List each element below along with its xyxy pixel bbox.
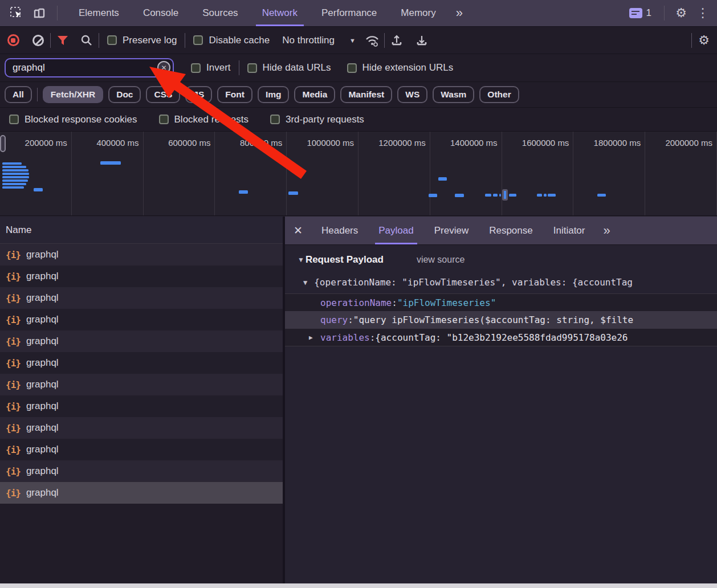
filter-icon[interactable] xyxy=(54,32,71,49)
timeline-tick-label: 2000000 ms xyxy=(645,132,717,215)
details-tab-headers[interactable]: Headers xyxy=(311,217,368,244)
record-network-log-button[interactable] xyxy=(5,32,22,49)
timeline-left-handle[interactable] xyxy=(0,135,6,152)
network-settings-gear-icon[interactable]: ⚙ xyxy=(695,32,712,49)
device-toolbar-icon[interactable] xyxy=(31,5,48,22)
table-row[interactable]: {i}graphql xyxy=(0,330,283,352)
details-more-tabs-icon[interactable]: » xyxy=(595,223,617,238)
payload-value: "query ipFlowTimeseries($accountTag: str… xyxy=(353,315,633,325)
hide-extension-urls-checkbox[interactable]: Hide extension URLs xyxy=(343,62,458,74)
timeline-request-bar xyxy=(509,194,516,197)
filter-chip-all[interactable]: All xyxy=(5,86,32,103)
tab-performance[interactable]: Performance xyxy=(309,0,389,26)
search-icon[interactable] xyxy=(78,32,95,49)
disable-cache-checkbox[interactable]: Disable cache xyxy=(189,35,274,46)
filter-chip-fetchxhr[interactable]: Fetch/XHR xyxy=(43,86,103,103)
kebab-menu-icon[interactable]: ⋮ xyxy=(694,5,711,22)
filter-chip-css[interactable]: CSS xyxy=(146,86,180,103)
table-row[interactable]: {i}graphql xyxy=(0,395,283,417)
table-row[interactable]: {i}graphql xyxy=(0,352,283,374)
filter-chip-manifest[interactable]: Manifest xyxy=(340,86,392,103)
json-icon: {i} xyxy=(6,488,21,499)
filter-chip-doc[interactable]: Doc xyxy=(108,86,141,103)
filter-chip-wasm[interactable]: Wasm xyxy=(433,86,474,103)
table-row[interactable]: {i}graphql xyxy=(0,244,283,266)
json-icon: {i} xyxy=(6,336,21,347)
timeline-request-bar xyxy=(2,186,24,189)
expand-triangle-icon: ▼ xyxy=(303,279,307,287)
inspect-element-icon[interactable] xyxy=(8,5,25,22)
details-tabbar: ✕ HeadersPayloadPreviewResponseInitiator… xyxy=(285,217,717,245)
throttling-dropdown[interactable]: No throttling ▼ xyxy=(274,35,364,46)
3rd-party-requests-checkbox[interactable]: 3rd-party requests xyxy=(266,114,369,125)
filter-chip-ws[interactable]: WS xyxy=(397,86,427,103)
table-row[interactable]: {i}graphql xyxy=(0,460,283,482)
table-row[interactable]: {i}graphql xyxy=(0,266,283,287)
table-row[interactable]: {i}graphql xyxy=(0,482,283,504)
table-row[interactable]: {i}graphql xyxy=(0,309,283,330)
divider xyxy=(37,88,38,101)
payload-colon: : xyxy=(392,297,397,308)
filter-box: ✕ xyxy=(5,58,174,77)
request-name: graphql xyxy=(26,379,59,390)
timeline-bar-pill xyxy=(502,189,508,201)
filter-input[interactable] xyxy=(5,58,174,77)
more-tabs-icon[interactable]: » xyxy=(448,6,470,21)
timeline-request-bar xyxy=(493,194,498,197)
payload-root-node[interactable]: ▼ {operationName: "ipFlowTimeseries", va… xyxy=(285,272,717,293)
divider xyxy=(99,33,99,48)
clear-filter-icon[interactable]: ✕ xyxy=(157,61,170,74)
issues-counter[interactable]: 1 xyxy=(625,7,656,19)
request-payload-title: Request Payload xyxy=(305,254,384,266)
timeline-request-bar xyxy=(34,188,43,191)
export-har-icon[interactable] xyxy=(413,32,430,49)
filter-chip-other[interactable]: Other xyxy=(479,86,519,103)
blocked-requests-checkbox[interactable]: Blocked requests xyxy=(154,114,253,125)
expand-triangle-icon[interactable]: ▶ xyxy=(309,334,313,341)
tab-sources[interactable]: Sources xyxy=(190,0,250,26)
filter-chip-img[interactable]: Img xyxy=(258,86,290,103)
checkbox-box xyxy=(9,115,19,124)
payload-entry-variables[interactable]: ▶variables: {accountTag: "b12e3b2192ee55… xyxy=(285,329,717,346)
invert-checkbox[interactable]: Invert xyxy=(186,62,235,74)
timeline-tick-label: 800000 ms xyxy=(215,132,287,215)
blocked-response-cookies-checkbox[interactable]: Blocked response cookies xyxy=(5,114,142,125)
details-tab-response[interactable]: Response xyxy=(479,217,543,244)
network-conditions-icon[interactable] xyxy=(364,32,381,49)
table-row[interactable]: {i}graphql xyxy=(0,417,283,439)
tab-elements[interactable]: Elements xyxy=(67,0,131,26)
checkbox-box xyxy=(270,115,280,124)
tab-console[interactable]: Console xyxy=(131,0,190,26)
details-tab-payload[interactable]: Payload xyxy=(368,217,423,244)
table-row[interactable]: {i}graphql xyxy=(0,439,283,460)
table-row[interactable]: {i}graphql xyxy=(0,374,283,395)
hide-data-urls-checkbox[interactable]: Hide data URLs xyxy=(243,62,336,74)
filter-chip-font[interactable]: Font xyxy=(217,86,252,103)
settings-gear-icon[interactable]: ⚙ xyxy=(673,5,690,22)
filter-chip-js[interactable]: JS xyxy=(185,86,212,103)
payload-colon: : xyxy=(370,332,376,343)
tab-memory[interactable]: Memory xyxy=(389,0,447,26)
request-payload-section[interactable]: ▼ Request Payload view source xyxy=(285,245,717,272)
import-har-icon[interactable] xyxy=(388,32,405,49)
view-source-link[interactable]: view source xyxy=(417,255,465,265)
json-icon: {i} xyxy=(6,444,21,455)
filter-chip-media[interactable]: Media xyxy=(294,86,335,103)
network-toolbar: Preserve log Disable cache No throttling… xyxy=(0,27,717,54)
divider xyxy=(691,33,692,48)
timeline-request-bar xyxy=(288,191,298,195)
network-overview-timeline[interactable]: 200000 ms400000 ms600000 ms800000 ms1000… xyxy=(0,132,717,216)
timeline-request-bar xyxy=(429,194,437,197)
close-icon[interactable]: ✕ xyxy=(285,224,311,237)
timeline-tick-label: 1800000 ms xyxy=(573,132,645,215)
clear-network-log-button[interactable] xyxy=(30,32,47,49)
table-row[interactable]: {i}graphql xyxy=(0,287,283,309)
tab-network[interactable]: Network xyxy=(250,0,309,26)
details-tab-preview[interactable]: Preview xyxy=(424,217,479,244)
payload-entry-query[interactable]: query: "query ipFlowTimeseries($accountT… xyxy=(285,311,717,329)
preserve-log-checkbox[interactable]: Preserve log xyxy=(103,35,181,46)
name-column-header[interactable]: Name xyxy=(0,217,283,244)
checkbox-box xyxy=(159,115,169,124)
details-tab-initiator[interactable]: Initiator xyxy=(543,217,596,244)
payload-entry-operationName[interactable]: operationName: "ipFlowTimeseries" xyxy=(285,293,717,311)
